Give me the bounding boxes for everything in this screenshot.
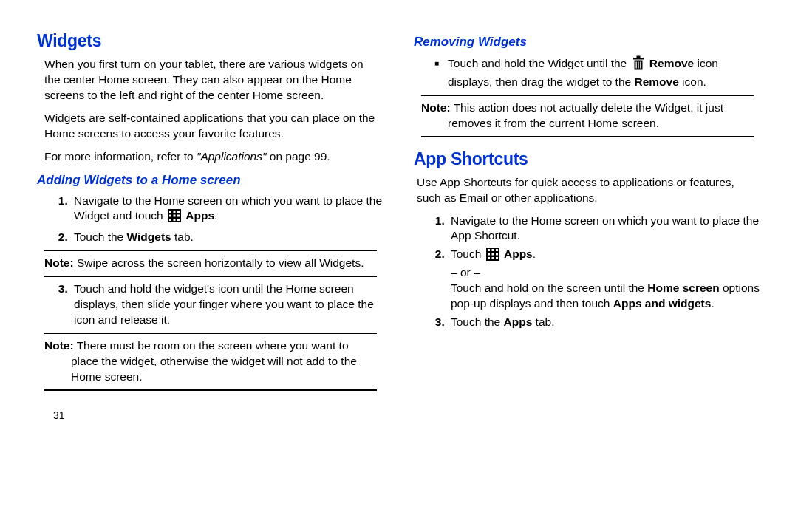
- heading-widgets: Widgets: [37, 30, 384, 52]
- subheading-adding-widgets: Adding Widgets to a Home screen: [37, 172, 384, 189]
- divider: [44, 276, 377, 277]
- note: Note: There must be room on the screen w…: [44, 338, 377, 385]
- text: Touch and hold the Widget until the: [448, 57, 630, 69]
- note-label: Note:: [44, 339, 74, 352]
- divider: [421, 95, 754, 96]
- svg-rect-20: [488, 253, 490, 256]
- svg-rect-7: [169, 219, 171, 221]
- svg-rect-24: [491, 257, 494, 259]
- text: This action does not actually delete the…: [448, 101, 723, 129]
- svg-rect-17: [488, 249, 490, 251]
- svg-rect-3: [177, 211, 180, 213]
- svg-rect-9: [177, 219, 180, 221]
- list-item: Touch Apps. – or – Touch and hold on the…: [448, 247, 761, 312]
- divider: [421, 136, 754, 137]
- ordered-list: Navigate to the Home screen on which you…: [414, 214, 761, 330]
- list-item: Touch and hold the widget's icon until t…: [71, 282, 384, 328]
- left-column: Widgets When you first turn on your tabl…: [37, 30, 384, 517]
- divider: [44, 332, 377, 334]
- list-item: Touch and hold the Widget until the Remo…: [448, 55, 761, 90]
- text: .: [533, 248, 536, 260]
- list-item: Navigate to the Home screen on which you…: [448, 214, 761, 245]
- apps-grid-icon: [168, 209, 181, 227]
- bullet-list: Touch and hold the Widget until the Remo…: [414, 55, 761, 90]
- bold-label: Apps: [185, 209, 214, 222]
- svg-rect-6: [177, 215, 180, 217]
- svg-rect-10: [633, 58, 644, 60]
- note: Note: This action does not actually dele…: [421, 100, 754, 132]
- svg-rect-4: [169, 215, 171, 217]
- bold-label: Home screen: [647, 282, 719, 294]
- page: Widgets When you first turn on your tabl…: [0, 0, 798, 532]
- paragraph: For more information, refer to "Applicat…: [44, 149, 377, 165]
- text: tab.: [171, 231, 194, 243]
- list-item: Navigate to the Home screen on which you…: [71, 194, 384, 228]
- svg-rect-5: [173, 215, 175, 217]
- list-item: Touch the Apps tab.: [448, 315, 761, 330]
- svg-rect-14: [638, 61, 638, 68]
- bold-label: Apps and widgets: [613, 297, 712, 310]
- text: tab.: [532, 316, 554, 328]
- note-label: Note:: [44, 256, 74, 269]
- bold-label: Widgets: [127, 231, 171, 243]
- note-label: Note:: [421, 101, 451, 114]
- svg-rect-2: [173, 211, 175, 213]
- right-column: Removing Widgets Touch and hold the Widg…: [414, 30, 761, 517]
- svg-rect-8: [173, 219, 175, 221]
- text: Touch the: [74, 231, 127, 243]
- text: Navigate to the Home screen on which you…: [74, 194, 382, 222]
- svg-rect-19: [496, 249, 498, 251]
- list-item: Touch the Widgets tab.: [71, 230, 384, 245]
- text: Touch: [451, 248, 485, 260]
- reference-italic: "Applications": [197, 150, 267, 163]
- divider: [44, 389, 377, 391]
- svg-rect-1: [169, 211, 171, 213]
- svg-rect-22: [496, 253, 498, 256]
- svg-rect-18: [491, 249, 494, 251]
- paragraph: Use App Shortcuts for quick access to ap…: [417, 175, 754, 206]
- svg-rect-13: [635, 61, 636, 68]
- ordered-list: Navigate to the Home screen on which you…: [37, 194, 384, 246]
- svg-rect-25: [496, 257, 498, 259]
- text: Touch the: [451, 316, 504, 328]
- bold-label: Apps: [504, 248, 533, 260]
- svg-rect-21: [491, 253, 494, 256]
- divider: [44, 250, 377, 251]
- text: For more information, refer to: [44, 150, 197, 163]
- paragraph: When you first turn on your tablet, ther…: [44, 57, 377, 103]
- paragraph: Widgets are self-contained applications …: [44, 111, 377, 142]
- bold-label: Apps: [504, 316, 533, 328]
- text: There must be room on the screen where y…: [71, 339, 357, 383]
- note: Note: Swipe across the screen horizontal…: [44, 256, 377, 271]
- text: .: [711, 297, 714, 310]
- svg-rect-15: [640, 61, 641, 68]
- ordered-list: Touch and hold the widget's icon until t…: [37, 282, 384, 328]
- svg-rect-11: [636, 55, 640, 58]
- or-separator: – or –: [451, 265, 761, 281]
- heading-app-shortcuts: App Shortcuts: [414, 148, 761, 171]
- page-number: 31: [53, 409, 384, 423]
- text: Touch and hold on the screen until the: [451, 282, 647, 294]
- subheading-removing-widgets: Removing Widgets: [414, 34, 761, 51]
- bold-label: Remove: [649, 57, 694, 69]
- trash-icon: [632, 55, 645, 75]
- text: on page 99.: [266, 150, 330, 163]
- svg-rect-23: [488, 257, 490, 259]
- text: Swipe across the screen horizontally to …: [74, 256, 364, 269]
- apps-grid-icon: [486, 248, 499, 265]
- text: icon.: [679, 75, 706, 88]
- bold-label: Remove: [634, 75, 678, 88]
